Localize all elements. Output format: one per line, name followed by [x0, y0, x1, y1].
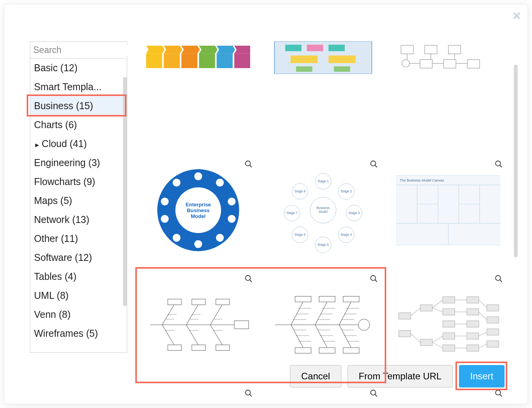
gallery-wrap: Enterprise Business Model	[131, 41, 520, 353]
thumb-block-diagram	[271, 41, 375, 74]
category-item[interactable]: Tables (4)	[30, 267, 127, 286]
svg-marker-9	[164, 46, 182, 54]
close-icon[interactable]: ×	[513, 9, 521, 23]
category-item[interactable]: UML (8)	[30, 286, 127, 305]
category-item[interactable]: Network (13)	[30, 210, 127, 229]
svg-rect-95	[192, 299, 205, 305]
template-tile[interactable]	[390, 271, 506, 379]
svg-line-182	[375, 394, 377, 397]
svg-rect-99	[216, 299, 229, 305]
svg-text:Business: Business	[317, 206, 330, 210]
category-label: Business (15)	[34, 100, 93, 111]
magnify-icon[interactable]	[494, 160, 503, 168]
svg-point-48	[172, 234, 180, 242]
scrollbar[interactable]	[123, 77, 127, 306]
category-item[interactable]: Other (11)	[30, 229, 127, 248]
template-tile[interactable]	[265, 385, 381, 408]
category-item[interactable]: Charts (6)	[30, 115, 127, 134]
svg-line-92	[162, 325, 174, 345]
svg-rect-119	[319, 296, 335, 302]
svg-line-184	[500, 394, 502, 397]
category-item[interactable]: Venn (8)	[30, 305, 127, 324]
template-tile[interactable]	[140, 385, 256, 408]
svg-rect-157	[467, 321, 479, 327]
svg-rect-160	[487, 305, 499, 311]
svg-rect-6	[217, 54, 232, 68]
category-item[interactable]: Software (12)	[30, 248, 127, 267]
svg-rect-7	[234, 54, 250, 68]
category-item[interactable]: Flowcharts (9)	[30, 172, 127, 191]
svg-point-183	[496, 390, 501, 395]
template-tile[interactable]: BusinessModel Stage 1Stage 2Stage 3Stage…	[265, 156, 381, 264]
svg-rect-16	[307, 45, 323, 51]
svg-line-53	[375, 165, 377, 168]
template-tile[interactable]	[265, 271, 381, 379]
category-item[interactable]: Maps (5)	[30, 191, 127, 210]
template-tile[interactable]	[390, 41, 506, 74]
template-tile[interactable]: The Business Model Canvas	[390, 156, 506, 264]
magnify-icon[interactable]	[244, 389, 253, 398]
category-label: Charts (6)	[34, 119, 77, 130]
category-item[interactable]: Smart Templa...	[30, 77, 127, 96]
svg-rect-151	[443, 309, 455, 315]
template-tile[interactable]	[140, 41, 256, 74]
svg-rect-20	[296, 66, 312, 72]
svg-line-114	[291, 302, 303, 325]
template-tile[interactable]	[265, 41, 381, 74]
template-gallery[interactable]: Enterprise Business Model	[131, 41, 520, 353]
svg-rect-3	[164, 54, 180, 68]
search-wrap	[30, 41, 127, 58]
svg-marker-13	[234, 46, 250, 54]
svg-rect-158	[467, 333, 479, 339]
category-item[interactable]: Engineering (3)	[30, 153, 127, 172]
svg-text:Stage 8: Stage 8	[295, 189, 306, 193]
magnify-icon[interactable]	[244, 274, 253, 283]
category-item[interactable]: Basic (12)	[30, 58, 127, 77]
svg-rect-93	[168, 345, 181, 351]
magnify-icon[interactable]	[370, 160, 378, 168]
category-item[interactable]: Wireframes (5)	[30, 324, 127, 343]
svg-marker-8	[146, 46, 165, 54]
magnify-icon[interactable]	[494, 389, 503, 398]
svg-point-42	[194, 172, 202, 180]
svg-line-111	[375, 280, 377, 282]
search-input[interactable]	[33, 45, 147, 55]
svg-point-110	[370, 276, 375, 281]
category-label: Cloud (41)	[42, 138, 87, 149]
svg-rect-159	[467, 345, 479, 351]
svg-rect-156	[467, 309, 479, 315]
svg-rect-147	[399, 331, 411, 337]
svg-rect-18	[291, 55, 318, 63]
magnify-icon[interactable]	[370, 274, 378, 283]
magnify-icon[interactable]	[494, 274, 503, 283]
svg-line-100	[210, 325, 222, 345]
thumb-enterprise-circle: Enterprise Business Model	[146, 167, 250, 254]
magnify-icon[interactable]	[370, 389, 378, 398]
cancel-button[interactable]: Cancel	[290, 365, 341, 387]
category-item[interactable]: Business (15)	[30, 96, 127, 115]
svg-point-43	[216, 179, 223, 187]
insert-button[interactable]: Insert	[459, 365, 505, 387]
from-template-url-button[interactable]: From Template URL	[348, 365, 453, 387]
category-list[interactable]: Basic (12)Smart Templa...Business (15)Ch…	[30, 58, 127, 353]
thumb-fishbone-1	[146, 281, 250, 368]
template-tile[interactable]	[140, 271, 256, 379]
svg-line-90	[162, 305, 174, 325]
svg-line-36	[250, 165, 252, 168]
category-item[interactable]: ►Cloud (41)	[30, 134, 127, 153]
magnify-icon[interactable]	[244, 160, 253, 168]
svg-line-175	[479, 300, 487, 308]
svg-text:Stage 3: Stage 3	[349, 211, 360, 215]
svg-text:The Business Model Canvas: The Business Model Canvas	[400, 178, 444, 182]
svg-rect-101	[216, 345, 229, 351]
scrollbar[interactable]	[514, 65, 518, 257]
template-tile[interactable]: Enterprise Business Model	[140, 156, 256, 264]
svg-rect-163	[487, 341, 499, 347]
svg-rect-4	[181, 54, 197, 68]
category-label: Basic (12)	[34, 62, 78, 73]
svg-rect-22	[401, 45, 413, 54]
template-tile[interactable]	[390, 385, 506, 408]
svg-text:Stage 1: Stage 1	[318, 179, 329, 183]
svg-rect-21	[334, 66, 350, 72]
svg-line-118	[315, 302, 327, 325]
